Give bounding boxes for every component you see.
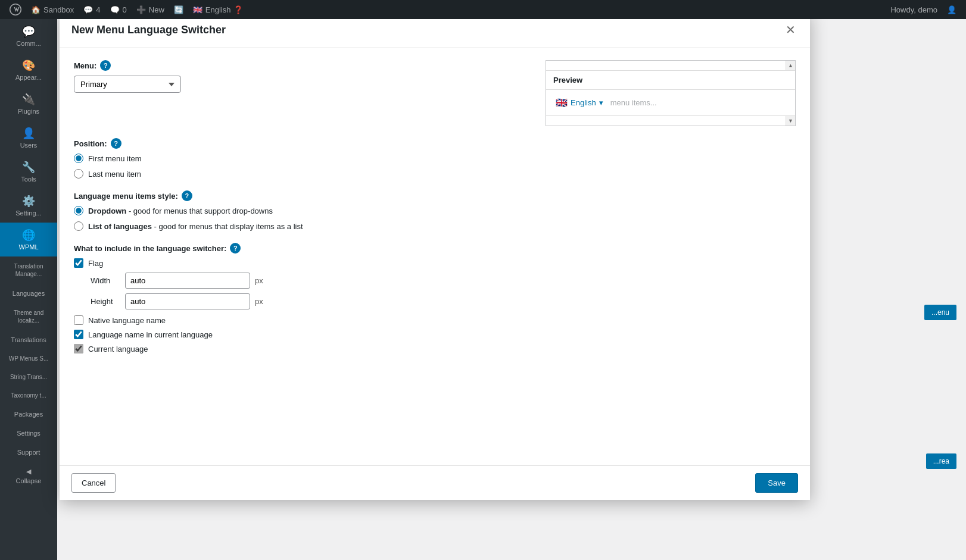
preview-scroll-top: ▲ xyxy=(546,61,795,71)
height-unit: px xyxy=(255,297,263,306)
user-avatar[interactable]: 👤 xyxy=(942,0,961,19)
howdy-text: Howdy, demo xyxy=(890,5,942,14)
native-checkbox-item[interactable]: Native language name xyxy=(74,315,796,325)
sidebar-item-wpml[interactable]: 🌐 WPML xyxy=(0,223,57,256)
plugins-icon: 🔌 xyxy=(22,93,35,106)
admin-sidebar: 💬 Comm... 🎨 Appear... 🔌 Plugins 👤 Users … xyxy=(0,19,57,560)
height-input[interactable] xyxy=(125,293,250,309)
currentlang-checkbox[interactable] xyxy=(74,344,83,353)
users-icon: 👤 xyxy=(22,127,35,140)
include-section: What to include in the language switcher… xyxy=(74,243,796,353)
modal-title: New Menu Language Switcher xyxy=(71,24,226,36)
modal-footer: Cancel Save xyxy=(60,465,810,500)
position-first-label: First menu item xyxy=(88,154,142,163)
style-help-icon[interactable]: ? xyxy=(182,190,192,201)
style-dropdown-item[interactable]: Dropdown - good for menus that support d… xyxy=(74,206,796,215)
preview-box: ▲ Preview 🇬🇧 English ▾ menu items... ▼ xyxy=(546,60,796,126)
sidebar-item-comments[interactable]: 💬 Comm... xyxy=(0,19,57,53)
style-list-label: List of languages - good for menus that … xyxy=(88,222,303,231)
collapse-icon: ◀ xyxy=(26,468,31,475)
replies-item[interactable]: 🗨️ 0 xyxy=(105,0,132,19)
save-button[interactable]: Save xyxy=(755,473,798,493)
style-label: Language menu items style: ? xyxy=(74,190,796,201)
settings-icon: ⚙️ xyxy=(22,195,35,208)
modal-close-button[interactable]: ✕ xyxy=(783,21,798,38)
new-item[interactable]: ➕ New xyxy=(132,0,169,19)
include-help-icon[interactable]: ? xyxy=(230,243,241,254)
native-checkbox[interactable] xyxy=(74,315,83,325)
flag-checkbox-item[interactable]: Flag xyxy=(74,258,796,268)
position-last-item[interactable]: Last menu item xyxy=(74,169,796,179)
preview-menu-items: menu items... xyxy=(610,98,657,107)
sidebar-item-plugins[interactable]: 🔌 Plugins xyxy=(0,87,57,121)
sidebar-item-translation[interactable]: Translation Manage... xyxy=(0,256,57,284)
position-last-label: Last menu item xyxy=(88,170,141,179)
sidebar-item-theme[interactable]: Theme and localiz... xyxy=(0,303,57,330)
position-help-icon[interactable]: ? xyxy=(111,138,121,149)
sidebar-item-collapse[interactable]: ◀ Collapse xyxy=(0,462,57,490)
admin-bar: 🏠 Sandbox 💬 4 🗨️ 0 ➕ New 🔄 🇬🇧 English ❓ … xyxy=(0,0,966,19)
tools-icon: 🔧 xyxy=(22,161,35,174)
modal-dialog: New Menu Language Switcher ✕ Menu: ? Pri… xyxy=(60,12,810,500)
flag-checkbox[interactable] xyxy=(74,258,83,268)
style-list-radio[interactable] xyxy=(74,221,83,231)
sidebar-item-taxonomy[interactable]: Taxonomy t... xyxy=(0,386,57,405)
sidebar-item-wpmenus[interactable]: WP Menus S... xyxy=(0,349,57,368)
preview-lang-link[interactable]: 🇬🇧 English ▾ xyxy=(556,97,603,108)
cancel-button[interactable]: Cancel xyxy=(71,473,116,493)
help-icon-bar: ❓ xyxy=(233,5,243,14)
appearance-icon: 🎨 xyxy=(22,59,35,72)
language-item[interactable]: 🇬🇧 English ❓ xyxy=(188,0,248,19)
sidebar-item-appearance[interactable]: 🎨 Appear... xyxy=(0,53,57,87)
menu-select[interactable]: Primary Secondary Footer xyxy=(74,76,181,93)
position-radio-group: First menu item Last menu item xyxy=(74,154,796,179)
comments-icon: 💬 xyxy=(22,25,35,38)
comments-item[interactable]: 💬 4 xyxy=(79,0,105,19)
bg-area-button[interactable]: ...rea xyxy=(926,453,956,469)
position-last-radio[interactable] xyxy=(74,169,83,179)
position-first-radio[interactable] xyxy=(74,154,83,163)
style-dropdown-radio[interactable] xyxy=(74,206,83,215)
position-label: Position: ? xyxy=(74,138,796,149)
wpml-icon: 🌐 xyxy=(22,229,35,242)
preview-scroll-up[interactable]: ▲ xyxy=(786,61,795,70)
currentlang-label: Current language xyxy=(88,345,148,353)
sidebar-item-tools[interactable]: 🔧 Tools xyxy=(0,155,57,189)
sidebar-item-languages[interactable]: Languages xyxy=(0,284,57,303)
width-input[interactable] xyxy=(125,273,250,289)
sidebar-item-users[interactable]: 👤 Users xyxy=(0,121,57,155)
menu-label: Menu: ? xyxy=(74,60,531,71)
include-label: What to include in the language switcher… xyxy=(74,243,796,254)
style-section: Language menu items style: ? Dropdown - … xyxy=(74,190,796,231)
flag-subfields: Width px Height px xyxy=(91,273,796,309)
position-first-item[interactable]: First menu item xyxy=(74,154,796,163)
menu-help-icon[interactable]: ? xyxy=(100,60,111,71)
wp-logo-item[interactable] xyxy=(5,0,26,19)
sidebar-item-settings-wpml[interactable]: Settings xyxy=(0,424,57,443)
preview-scroll-down[interactable]: ▼ xyxy=(786,116,795,126)
position-section: Position: ? First menu item Last menu it… xyxy=(74,138,796,179)
current-lang-checkbox-item[interactable]: Language name in current language xyxy=(74,330,796,339)
site-name-item[interactable]: 🏠 Sandbox xyxy=(26,0,79,19)
modal-body: Menu: ? Primary Secondary Footer ▲ Previ… xyxy=(60,48,810,465)
preview-scroll-bottom: ▼ xyxy=(546,115,795,126)
sidebar-item-stringtrans[interactable]: String Trans... xyxy=(0,368,57,386)
top-section: Menu: ? Primary Secondary Footer ▲ Previ… xyxy=(74,60,796,126)
sidebar-item-settings[interactable]: ⚙️ Setting... xyxy=(0,189,57,223)
current-lang-checkbox[interactable] xyxy=(74,330,83,339)
native-label: Native language name xyxy=(88,316,166,325)
preview-header: Preview xyxy=(546,71,795,90)
style-list-item[interactable]: List of languages - good for menus that … xyxy=(74,221,796,231)
width-unit: px xyxy=(255,276,263,285)
height-row: Height px xyxy=(91,293,796,309)
sidebar-item-support[interactable]: Support xyxy=(0,443,57,462)
sidebar-item-translations[interactable]: Translations xyxy=(0,330,57,349)
bg-save-menu-button[interactable]: ...enu xyxy=(924,305,956,320)
currentlang-checkbox-item[interactable]: Current language xyxy=(74,344,796,353)
flag-label: Flag xyxy=(88,259,103,268)
width-label: Width xyxy=(91,276,120,285)
sidebar-item-packages[interactable]: Packages xyxy=(0,405,57,424)
preview-flag: 🇬🇧 xyxy=(556,97,568,108)
wpml-status-item[interactable]: 🔄 xyxy=(169,0,188,19)
height-label: Height xyxy=(91,297,120,306)
